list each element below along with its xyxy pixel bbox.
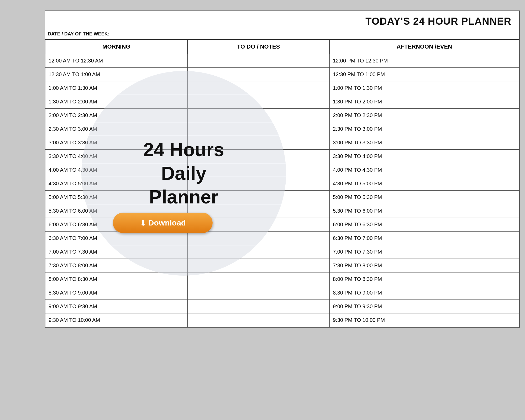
- header-notes: TO DO / NOTES: [187, 40, 330, 54]
- cell-notes[interactable]: [187, 163, 330, 177]
- table-row: 9:00 AM TO 9:30 AM9:00 PM TO 9:30 PM: [45, 300, 519, 313]
- cell-notes[interactable]: [187, 191, 330, 204]
- cell-afternoon: 8:30 PM TO 9:00 PM: [330, 286, 519, 300]
- table-row: 1:30 AM TO 2:00 AM1:30 PM TO 2:00 PM: [45, 95, 519, 109]
- cell-morning: 1:00 AM TO 1:30 AM: [45, 81, 188, 95]
- header-afternoon: AFTERNOON /EVEN: [330, 40, 519, 54]
- download-label: Download: [148, 218, 186, 227]
- cell-afternoon: 7:30 PM TO 8:00 PM: [330, 259, 519, 272]
- cell-morning: 4:00 AM TO 4:30 AM: [45, 163, 188, 177]
- table-row: 6:30 AM TO 7:00 AM6:30 PM TO 7:00 PM: [45, 232, 519, 245]
- cell-afternoon: 3:00 PM TO 3:30 PM: [330, 136, 519, 150]
- cell-afternoon: 12:00 PM TO 12:30 PM: [330, 54, 519, 68]
- table-row: 7:00 AM TO 7:30 AM7:00 PM TO 7:30 PM: [45, 245, 519, 259]
- cell-afternoon: 4:00 PM TO 4:30 PM: [330, 163, 519, 177]
- planner-table: MORNING TO DO / NOTES AFTERNOON /EVEN 12…: [45, 39, 519, 327]
- cell-afternoon: 8:00 PM TO 8:30 PM: [330, 272, 519, 286]
- table-row: 9:30 AM TO 10:00 AM9:30 PM TO 10:00 PM: [45, 313, 519, 327]
- cell-afternoon: 6:30 PM TO 7:00 PM: [330, 232, 519, 245]
- cell-morning: 6:30 AM TO 7:00 AM: [45, 232, 188, 245]
- page-container: TODAY'S 24 HOUR PLANNER DATE / DAY OF TH…: [45, 10, 520, 328]
- cell-notes[interactable]: [187, 300, 330, 313]
- cell-morning: 9:30 AM TO 10:00 AM: [45, 313, 188, 327]
- cell-morning: 8:30 AM TO 9:00 AM: [45, 286, 188, 300]
- cell-afternoon: 1:30 PM TO 2:00 PM: [330, 95, 519, 109]
- date-line: DATE / DAY OF THE WEEK:: [45, 30, 519, 39]
- cell-afternoon: 2:00 PM TO 2:30 PM: [330, 109, 519, 122]
- cell-notes[interactable]: [187, 136, 330, 150]
- cell-morning: 4:30 AM TO 5:00 AM: [45, 177, 188, 191]
- cell-notes[interactable]: [187, 68, 330, 81]
- cell-morning: 12:30 AM TO 1:00 AM: [45, 68, 188, 81]
- download-button[interactable]: ⬇ Download: [113, 213, 213, 233]
- cell-afternoon: 4:30 PM TO 5:00 PM: [330, 177, 519, 191]
- cell-notes[interactable]: [187, 286, 330, 300]
- cell-afternoon: 12:30 PM TO 1:00 PM: [330, 68, 519, 81]
- cell-notes[interactable]: [187, 54, 330, 68]
- cell-afternoon: 1:00 PM TO 1:30 PM: [330, 81, 519, 95]
- table-row: 12:00 AM TO 12:30 AM12:00 PM TO 12:30 PM: [45, 54, 519, 68]
- cell-notes[interactable]: [187, 81, 330, 95]
- cell-notes[interactable]: [187, 313, 330, 327]
- cell-afternoon: 7:00 PM TO 7:30 PM: [330, 245, 519, 259]
- cell-notes[interactable]: [187, 95, 330, 109]
- cell-afternoon: 3:30 PM TO 4:00 PM: [330, 150, 519, 163]
- cell-morning: 8:00 AM TO 8:30 AM: [45, 272, 188, 286]
- page-header: TODAY'S 24 HOUR PLANNER: [45, 11, 519, 30]
- cell-notes[interactable]: [187, 272, 330, 286]
- cell-morning: 2:30 AM TO 3:00 AM: [45, 122, 188, 136]
- table-row: 2:00 AM TO 2:30 AM2:00 PM TO 2:30 PM: [45, 109, 519, 122]
- page-title: TODAY'S 24 HOUR PLANNER: [53, 16, 511, 27]
- table-row: 8:00 AM TO 8:30 AM8:00 PM TO 8:30 PM: [45, 272, 519, 286]
- cell-morning: 1:30 AM TO 2:00 AM: [45, 95, 188, 109]
- table-row: 4:30 AM TO 5:00 AM4:30 PM TO 5:00 PM: [45, 177, 519, 191]
- table-row: 3:30 AM TO 4:00 AM3:30 PM TO 4:00 PM: [45, 150, 519, 163]
- table-row: 12:30 AM TO 1:00 AM12:30 PM TO 1:00 PM: [45, 68, 519, 81]
- cell-notes[interactable]: [187, 177, 330, 191]
- header-morning: MORNING: [45, 40, 188, 54]
- cell-morning: 2:00 AM TO 2:30 AM: [45, 109, 188, 122]
- table-row: 8:30 AM TO 9:00 AM8:30 PM TO 9:00 PM: [45, 286, 519, 300]
- cell-morning: 7:30 AM TO 8:00 AM: [45, 259, 188, 272]
- cell-morning: 7:00 AM TO 7:30 AM: [45, 245, 188, 259]
- table-row: 1:00 AM TO 1:30 AM1:00 PM TO 1:30 PM: [45, 81, 519, 95]
- cell-notes[interactable]: [187, 150, 330, 163]
- table-row: 5:00 AM TO 5:30 AM5:00 PM TO 5:30 PM: [45, 191, 519, 204]
- cell-morning: 12:00 AM TO 12:30 AM: [45, 54, 188, 68]
- table-row: 7:30 AM TO 8:00 AM7:30 PM TO 8:00 PM: [45, 259, 519, 272]
- table-row: 2:30 AM TO 3:00 AM2:30 PM TO 3:00 PM: [45, 122, 519, 136]
- cell-morning: 9:00 AM TO 9:30 AM: [45, 300, 188, 313]
- table-row: 3:00 AM TO 3:30 AM3:00 PM TO 3:30 PM: [45, 136, 519, 150]
- cell-afternoon: 2:30 PM TO 3:00 PM: [330, 122, 519, 136]
- cell-afternoon: 6:00 PM TO 6:30 PM: [330, 218, 519, 232]
- cell-afternoon: 5:30 PM TO 6:00 PM: [330, 204, 519, 218]
- cell-notes[interactable]: [187, 109, 330, 122]
- cell-morning: 3:00 AM TO 3:30 AM: [45, 136, 188, 150]
- table-row: 4:00 AM TO 4:30 AM4:00 PM TO 4:30 PM: [45, 163, 519, 177]
- download-arrow-icon: ⬇: [140, 218, 146, 228]
- cell-afternoon: 5:00 PM TO 5:30 PM: [330, 191, 519, 204]
- cell-morning: 3:30 AM TO 4:00 AM: [45, 150, 188, 163]
- cell-notes[interactable]: [187, 259, 330, 272]
- cell-morning: 5:00 AM TO 5:30 AM: [45, 191, 188, 204]
- cell-afternoon: 9:30 PM TO 10:00 PM: [330, 313, 519, 327]
- cell-notes[interactable]: [187, 122, 330, 136]
- cell-afternoon: 9:00 PM TO 9:30 PM: [330, 300, 519, 313]
- cell-notes[interactable]: [187, 245, 330, 259]
- cell-notes[interactable]: [187, 232, 330, 245]
- table-header-row: MORNING TO DO / NOTES AFTERNOON /EVEN: [45, 40, 519, 54]
